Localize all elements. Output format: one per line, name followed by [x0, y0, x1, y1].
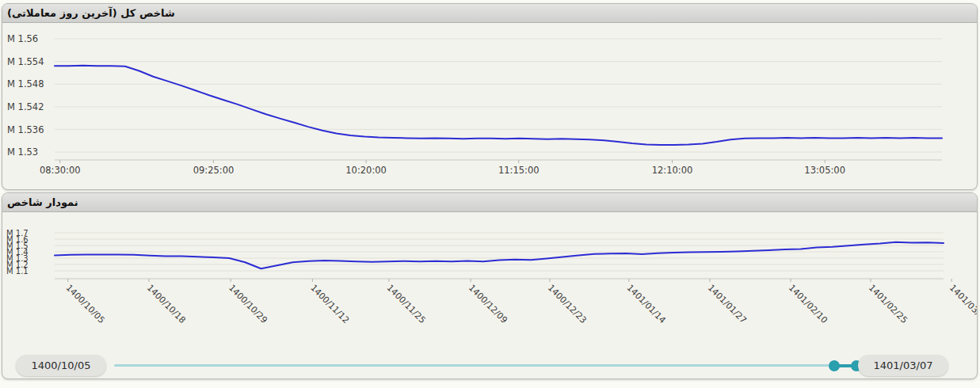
x-axis-label: 1401/02/10: [787, 283, 829, 325]
y-axis-label: M 1.548: [7, 78, 44, 89]
history-panel-title: نمودار شاخص: [7, 196, 78, 208]
x-axis-label: 10:20:00: [345, 165, 387, 176]
x-axis-label: 1401/02/25: [867, 283, 909, 325]
index-history-chart: M 1.7M 1.6M 1.5M 1.4M 1.3M 1.2M 1.11400/…: [2, 212, 977, 352]
y-axis-label: M 1.1: [6, 267, 29, 276]
x-axis-label: 1400/11/12: [308, 283, 351, 325]
x-axis-label: 1400/10/29: [227, 283, 269, 325]
y-axis-label: M 1.53: [7, 146, 38, 158]
x-axis-label: 12:10:00: [652, 165, 693, 176]
x-axis-label: 11:15:00: [498, 165, 540, 176]
x-axis-label: 1400/12/09: [467, 283, 509, 325]
x-axis-label: 08:30:00: [40, 165, 81, 176]
y-axis-label: M 1.554: [7, 56, 44, 67]
intraday-panel-header: شاخص کل (آخرین روز معاملاتی): [2, 4, 977, 23]
intraday-panel-title: شاخص کل (آخرین روز معاملاتی): [7, 7, 175, 19]
index-history-panel: نمودار شاخص M 1.7M 1.6M 1.5M 1.4M 1.3M 1…: [2, 192, 978, 379]
range-start-label: 1400/10/05: [16, 355, 106, 376]
slider-track[interactable]: [114, 364, 834, 367]
intraday-index-chart: M 1.56M 1.554M 1.548M 1.542M 1.536M 1.53…: [2, 23, 977, 189]
x-axis-label: 1400/11/25: [385, 283, 428, 325]
history-panel-header: نمودار شاخص: [2, 193, 977, 212]
series-line: [55, 66, 942, 145]
x-axis-label: 09:25:00: [193, 165, 235, 176]
y-axis-label: M 1.542: [7, 101, 44, 112]
x-axis-label: 1400/10/18: [145, 283, 188, 325]
slider-handle-left[interactable]: [829, 360, 840, 371]
intraday-index-panel: شاخص کل (آخرین روز معاملاتی) M 1.56M 1.5…: [2, 3, 978, 190]
date-range-slider: 1400/10/05 1401/03/07: [2, 352, 977, 378]
x-axis-label: 1401/03/07: [948, 283, 977, 325]
range-end-label: 1401/03/07: [858, 355, 948, 376]
x-axis-label: 1401/01/14: [625, 283, 668, 325]
y-axis-label: M 1.56: [7, 33, 38, 44]
x-axis-label: 1400/10/05: [64, 283, 107, 325]
y-axis-label: M 1.536: [7, 124, 44, 135]
x-axis-label: 1401/01/27: [706, 283, 749, 325]
x-axis-label: 1400/12/23: [546, 283, 589, 325]
x-axis-label: 13:05:00: [804, 165, 845, 176]
